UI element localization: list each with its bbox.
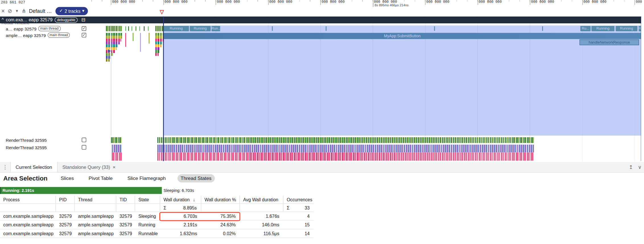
summary-wall-duration: Σ 8.895s xyxy=(160,204,201,212)
col-header-thread[interactable]: Thread xyxy=(75,196,116,203)
view-tab-pivot-table[interactable]: Pivot Table xyxy=(85,174,116,183)
selection-start-line[interactable] xyxy=(163,17,164,161)
track-row-renderthread-1[interactable]: RenderThread 32595 xyxy=(0,137,87,143)
view-tab-slice-flamegraph[interactable]: Slice Flamegraph xyxy=(124,174,169,183)
track-checkbox[interactable]: ✓ xyxy=(82,33,86,37)
summary-empty xyxy=(116,204,135,212)
col-header-wall-duration-pct[interactable]: Wall duration % xyxy=(201,196,240,203)
track-checkbox[interactable] xyxy=(82,145,86,149)
cell-avg-wall-duration: 116.5μs xyxy=(240,229,283,237)
time-measurement-label: 8s 895ms 466μs 214ns xyxy=(373,3,408,7)
check-icon: ✓ xyxy=(59,8,63,14)
thread-state-proportion-bar: Running: 2.191s Sleeping: 6.703s xyxy=(0,187,641,194)
cell-thread: ample.sampleapp xyxy=(75,229,116,237)
flame-slices xyxy=(155,33,163,36)
flag-marker-icon[interactable]: ▽ xyxy=(160,9,164,15)
ruler-tick-label: 000 000 000 xyxy=(479,0,502,4)
track-name: ample… eapp 32579 xyxy=(6,33,46,38)
view-tab-thread-states[interactable]: Thread States xyxy=(177,174,215,183)
col-header-process[interactable]: Process xyxy=(0,196,56,203)
cell-thread: ample.sampleapp xyxy=(75,212,116,220)
thread-state-tick xyxy=(125,26,126,31)
ruler-tick-label: 000 000 000 xyxy=(217,0,240,4)
bar-segment-running[interactable]: Running: 2.191s xyxy=(1,187,162,194)
tab-label: Current Selection xyxy=(16,165,52,169)
table-row-runnable[interactable]: com.example.sampleapp 32579 ample.sample… xyxy=(0,229,314,238)
thread-state-tick xyxy=(131,26,132,31)
cell-wall-duration: 1.632ms xyxy=(160,229,201,237)
flame-slices xyxy=(155,39,163,42)
area-selection-overlay[interactable] xyxy=(163,25,641,136)
ruler-tick: 000 000 000 xyxy=(216,0,216,5)
view-tab-slices[interactable]: Slices xyxy=(57,174,77,183)
cell-state: Runnable xyxy=(135,229,160,237)
thread-state-tick xyxy=(148,26,149,31)
cell-pid: 32579 xyxy=(56,212,75,220)
workspace-flow-icon[interactable]: ⋔ xyxy=(22,8,26,14)
collapse-panel-icon[interactable]: ∨ xyxy=(638,164,642,170)
col-header-tid[interactable]: TID xyxy=(116,196,135,203)
thread-state-tick xyxy=(144,26,145,31)
table-row-running[interactable]: com.example.sampleapp 32579 ample.sample… xyxy=(0,221,314,229)
track-checkbox[interactable] xyxy=(82,138,86,142)
disable-pointer-icon[interactable]: ⊘ xyxy=(8,8,12,14)
tab-current-selection[interactable]: Current Selection xyxy=(10,162,57,172)
col-header-wall-duration[interactable]: Wall duration ↓ xyxy=(160,196,201,203)
track-name: a… eapp 32579 xyxy=(6,26,36,31)
timeline-canvas[interactable]: Running Running Run... Ru... Running Run… xyxy=(87,17,641,161)
flame-slice-thin xyxy=(125,33,126,47)
cell-process: com.example.sampleapp xyxy=(0,221,56,229)
cell-tid: 32579 xyxy=(116,212,135,220)
table-row-sleeping[interactable]: com.example.sampleapp 32579 ample.sample… xyxy=(0,212,314,221)
cell-tid: 32579 xyxy=(116,221,135,229)
track-row-main-thread-2[interactable]: ample… eapp 32579 main thread ✓ xyxy=(0,32,87,38)
col-header-occurrences[interactable]: Occurrences xyxy=(283,196,314,203)
summary-empty xyxy=(56,204,75,212)
tracks-button-label: 2 tracks xyxy=(65,9,81,13)
workspace-label[interactable]: Default … xyxy=(29,8,52,14)
renderthread-slices xyxy=(112,145,122,152)
debug-arrow-marker xyxy=(108,49,111,53)
cell-wall-duration: 2.191s xyxy=(160,221,201,229)
close-icon[interactable]: × xyxy=(113,164,116,170)
cell-wall-duration: 6.703s xyxy=(160,212,201,220)
ruler-tick: 000 000 000 xyxy=(163,0,164,5)
col-header-state[interactable]: State xyxy=(135,196,160,203)
track-row-renderthread-2[interactable]: RenderThread 32595 xyxy=(0,144,87,151)
flame-slices xyxy=(106,56,111,59)
bar-segment-sleeping[interactable]: Sleeping: 6.703s xyxy=(163,187,194,194)
track-checkbox[interactable]: ✓ xyxy=(82,26,86,31)
process-group-header[interactable]: ^ com.exa… eapp 32579 debuggable ⊟ xyxy=(0,17,641,23)
cell-state: Sleeping xyxy=(135,212,160,220)
filter-icon[interactable]: ▼ xyxy=(15,9,19,13)
main-thread-badge: main thread xyxy=(38,26,61,31)
selection-end-line[interactable] xyxy=(641,17,641,161)
sort-desc-icon: ↓ xyxy=(193,197,195,202)
cell-avg-wall-duration: 146.0ms xyxy=(240,221,283,229)
thread-state-tick xyxy=(139,26,140,31)
col-header-avg-wall-duration[interactable]: Avg Wall duration xyxy=(240,196,283,203)
summary-empty xyxy=(0,204,56,212)
summary-empty xyxy=(201,204,240,212)
tab-label: Standalone Query (33) xyxy=(62,165,110,169)
track-row-main-thread-1[interactable]: a… eapp 32579 main thread ✓ xyxy=(0,25,87,32)
tab-standalone-query[interactable]: Standalone Query (33) × xyxy=(57,162,120,172)
thread-state-texture xyxy=(106,26,122,31)
renderthread-slices xyxy=(157,137,534,143)
renderthread-slices xyxy=(157,152,534,161)
clear-selection-icon[interactable]: × xyxy=(1,7,5,15)
collapse-group-icon[interactable]: ⊟ xyxy=(81,17,86,22)
dock-panel-icon[interactable]: ↥ xyxy=(629,164,633,170)
col-header-pid[interactable]: PID xyxy=(56,196,75,203)
cell-pid: 32579 xyxy=(56,229,75,237)
expand-caret-icon: ^ xyxy=(2,17,4,22)
ruler-tick-label: 000 000 000 xyxy=(322,0,345,4)
flame-slice-thin xyxy=(140,33,141,52)
flame-slices xyxy=(155,42,162,44)
drag-handle-icon[interactable]: ⋮ xyxy=(0,164,10,170)
ruler-tick-label: 000 000 000 xyxy=(583,0,606,4)
section-title: Area Selection xyxy=(3,175,48,182)
flame-slices xyxy=(106,42,120,44)
ruler-tick-label: 000 000 000 xyxy=(636,0,644,4)
tracks-dropdown-button[interactable]: ✓ 2 tracks ▾ xyxy=(55,7,88,15)
